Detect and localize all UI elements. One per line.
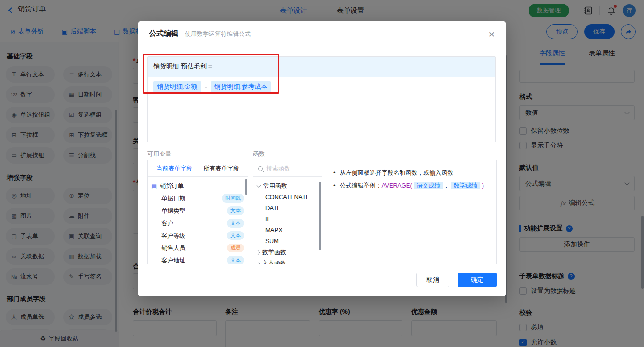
variable-item[interactable]: 客户地址 文本	[151, 254, 244, 264]
tip-text: 从左侧面板选择字段名和函数，或输入函数	[340, 168, 454, 178]
variables-label: 可用变量	[147, 150, 171, 158]
form-name: 销货订单	[160, 182, 184, 190]
variable-name: 单据日期	[161, 194, 185, 203]
type-badge: 文本	[227, 231, 244, 240]
type-badge: 文本	[227, 256, 244, 264]
functions-scrollbar[interactable]	[319, 182, 321, 250]
function-item-concatenate[interactable]: CONCATENATE	[253, 192, 322, 203]
variable-item[interactable]: 客户等级 文本	[151, 229, 244, 242]
chevron-down-icon	[257, 183, 261, 188]
function-item-date[interactable]: DATE	[253, 203, 322, 214]
group-math-functions[interactable]: 数学函数	[253, 247, 322, 258]
functions-label: 函数	[253, 150, 265, 158]
example-comma: ，	[443, 182, 449, 189]
tab-current-form-fields[interactable]: 当前表单字段	[156, 165, 192, 173]
variable-item[interactable]: 销售人员 成员	[151, 242, 244, 254]
tip-example: 公式编辑举例：AVERAGE( 语文成绩， 数学成绩 )	[340, 181, 484, 191]
chevron-right-icon	[256, 261, 260, 264]
tree-root-form[interactable]: ▤ 销货订单	[151, 180, 244, 192]
variable-item[interactable]: 单据类型 文本	[151, 205, 244, 217]
functions-panel: 常用函数 CONCATENATE DATE IF MAPX SUM 数学函数 文…	[253, 160, 322, 264]
form-doc-icon: ▤	[151, 183, 157, 190]
example-prefix: 公式编辑举例：	[340, 182, 382, 189]
close-icon[interactable]: ✕	[487, 28, 497, 41]
function-search-input[interactable]	[266, 165, 310, 172]
variable-name: 客户等级	[161, 232, 185, 240]
formula-chip-amount[interactable]: 销货明细.金额	[153, 81, 201, 92]
function-item-mapx[interactable]: MAPX	[253, 225, 322, 236]
search-icon	[258, 166, 263, 171]
function-search-row	[253, 160, 322, 177]
group-label: 常用函数	[263, 182, 287, 190]
type-badge: 文本	[227, 219, 244, 228]
formula-chip-ref-cost[interactable]: 销货明细.参考成本	[211, 81, 271, 92]
type-badge: 时间戳	[222, 194, 244, 203]
tip-line-1: • 从左侧面板选择字段名和函数，或输入函数	[334, 168, 490, 178]
example-function-name: AVERAGE(	[382, 182, 412, 189]
function-item-if[interactable]: IF	[253, 214, 322, 225]
tips-panel: • 从左侧面板选择字段名和函数，或输入函数 • 公式编辑举例：AVERAGE( …	[327, 160, 497, 264]
variable-name: 销售人员	[161, 244, 185, 252]
group-label: 文本函数	[262, 259, 286, 264]
variable-item[interactable]: 单据日期 时间戳	[151, 192, 244, 205]
variable-name: 单据类型	[161, 207, 185, 215]
variable-name: 客户	[161, 219, 173, 228]
cancel-button[interactable]: 取消	[416, 273, 449, 287]
variables-panel: 当前表单字段 所有表单字段 ▤ 销货订单 单据日期 时间戳 单据类型 文本 客户…	[147, 160, 248, 264]
group-text-functions[interactable]: 文本函数	[253, 258, 322, 264]
example-chip-chinese: 语文成绩	[414, 182, 443, 189]
variables-tabs: 当前表单字段 所有表单字段	[148, 160, 248, 177]
bullet: •	[334, 181, 336, 191]
variable-name: 客户地址	[161, 256, 185, 265]
formula-editor-modal: 公式编辑 使用数学运算符编辑公式 ✕ 销货明细.预估毛利 = 销货明细.金额 -…	[138, 21, 506, 296]
type-badge: 文本	[227, 206, 244, 215]
variable-item[interactable]: 客户 文本	[151, 217, 244, 229]
example-paren-close: )	[482, 182, 484, 189]
modal-header: 公式编辑 使用数学运算符编辑公式	[138, 21, 506, 47]
example-chip-math: 数学成绩	[451, 182, 480, 189]
formula-editor-area[interactable]: 销货明细.预估毛利 = 销货明细.金额 - 销货明细.参考成本	[147, 56, 496, 142]
type-badge: 成员	[227, 244, 244, 252]
tab-all-form-fields[interactable]: 所有表单字段	[203, 165, 239, 173]
function-list: 常用函数 CONCATENATE DATE IF MAPX SUM 数学函数 文…	[253, 177, 322, 264]
bullet: •	[334, 168, 336, 178]
function-item-sum[interactable]: SUM	[253, 236, 322, 247]
formula-target-line: 销货明细.预估毛利 =	[148, 57, 495, 77]
variables-tree: ▤ 销货订单 单据日期 时间戳 单据类型 文本 客户 文本 客户等级 文本 销售…	[148, 177, 248, 264]
tip-line-2: • 公式编辑举例：AVERAGE( 语文成绩， 数学成绩 )	[334, 181, 490, 191]
modal-subtitle: 使用数学运算符编辑公式	[185, 30, 251, 38]
chevron-right-icon	[256, 250, 260, 255]
group-label: 数学函数	[262, 248, 286, 256]
formula-operator: -	[205, 83, 207, 91]
modal-title: 公式编辑	[149, 29, 178, 39]
variables-scrollbar[interactable]	[245, 179, 247, 195]
group-common-functions[interactable]: 常用函数	[253, 181, 322, 192]
formula-expression-line: 销货明细.金额 - 销货明细.参考成本	[153, 81, 490, 92]
confirm-button[interactable]: 确定	[458, 273, 497, 287]
